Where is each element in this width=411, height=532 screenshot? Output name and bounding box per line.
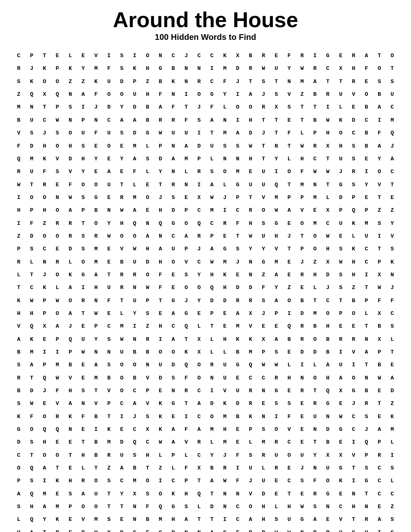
grid-cell: V [244, 320, 257, 333]
grid-cell: P [38, 359, 51, 371]
grid-cell: T [102, 268, 115, 281]
grid-cell: H [154, 204, 167, 217]
grid-cell: S [270, 88, 283, 101]
grid-cell: H [141, 449, 154, 462]
grid-cell: X [321, 204, 334, 217]
grid-cell: P [64, 500, 76, 513]
grid-cell: L [334, 101, 347, 114]
grid-cell: T [193, 513, 206, 526]
grid-cell: T [360, 281, 373, 294]
grid-cell: J [386, 281, 399, 294]
grid-cell: U [244, 178, 257, 191]
grid-cell: O [257, 204, 270, 217]
grid-cell: A [309, 513, 321, 526]
grid-cell: K [347, 217, 360, 230]
grid-cell: F [231, 449, 244, 462]
grid-cell: U [167, 243, 180, 255]
grid-cell: E [51, 49, 64, 62]
grid-cell: L [283, 153, 296, 165]
grid-cell: J [334, 165, 347, 178]
grid-cell: C [373, 462, 386, 474]
grid-cell: K [154, 410, 167, 423]
grid-cell: A [77, 488, 90, 500]
grid-cell: D [231, 397, 244, 410]
grid-cell: B [90, 436, 102, 449]
grid-cell: E [257, 397, 270, 410]
grid-cell: I [206, 384, 218, 397]
grid-cell: C [283, 475, 296, 488]
grid-cell: K [386, 256, 399, 268]
grid-cell: L [360, 307, 373, 320]
grid-cell: W [334, 256, 347, 268]
grid-cell: X [193, 333, 206, 346]
grid-cell: T [309, 384, 321, 397]
grid-cell: N [128, 500, 141, 513]
grid-cell: W [115, 204, 128, 217]
grid-cell: L [180, 165, 192, 178]
grid-cell: P [360, 449, 373, 462]
grid-cell: I [296, 359, 308, 371]
grid-cell: J [218, 191, 231, 204]
grid-cell: Y [193, 294, 206, 307]
grid-cell: U [25, 165, 38, 178]
grid-cell: R [154, 114, 167, 127]
grid-cell: B [141, 346, 154, 359]
grid-cell: R [206, 359, 218, 371]
grid-cell: Y [373, 153, 386, 165]
grid-cell: I [115, 410, 128, 423]
grid-cell: N [218, 114, 231, 127]
grid-cell: A [115, 114, 128, 127]
grid-cell: B [90, 449, 102, 462]
grid-cell: T [115, 178, 128, 191]
grid-cell: L [51, 281, 64, 294]
grid-cell: C [167, 49, 180, 62]
grid-cell: L [12, 268, 25, 281]
grid-cell: F [180, 372, 192, 384]
grid-cell: C [206, 75, 218, 88]
grid-cell: S [270, 397, 283, 410]
grid-cell: D [244, 127, 257, 139]
grid-cell: B [360, 384, 373, 397]
grid-cell: V [180, 256, 192, 268]
grid-cell: J [25, 62, 38, 75]
grid-cell: Z [141, 75, 154, 88]
grid-cell: R [244, 204, 257, 217]
grid-cell: Y [77, 62, 90, 75]
grid-cell: G [334, 462, 347, 474]
grid-cell: I [51, 346, 64, 359]
grid-cell: J [218, 449, 231, 462]
grid-cell: Y [115, 101, 128, 114]
grid-cell: X [334, 384, 347, 397]
grid-cell: Z [386, 397, 399, 410]
grid-cell: A [193, 423, 206, 436]
grid-cell: C [193, 49, 206, 62]
grid-cell: F [90, 88, 102, 101]
grid-cell: T [180, 333, 192, 346]
grid-cell: H [218, 423, 231, 436]
grid-cell: N [77, 397, 90, 410]
grid-cell: N [102, 204, 115, 217]
grid-cell: O [347, 307, 360, 320]
grid-cell: H [180, 488, 192, 500]
grid-cell: B [309, 320, 321, 333]
grid-cell: H [206, 268, 218, 281]
grid-cell: E [218, 230, 231, 243]
grid-cell: S [102, 333, 115, 346]
grid-cell: Z [102, 462, 115, 474]
grid-cell: U [218, 359, 231, 371]
grid-cell: P [193, 153, 206, 165]
grid-cell: W [296, 62, 308, 75]
grid-cell: R [167, 178, 180, 191]
grid-cell: A [373, 423, 386, 436]
grid-cell: P [373, 436, 386, 449]
grid-cell: E [283, 462, 296, 474]
grid-cell: K [218, 49, 231, 62]
grid-cell: L [180, 449, 192, 462]
grid-cell: N [38, 256, 51, 268]
grid-cell: F [283, 49, 296, 62]
grid-cell: L [206, 346, 218, 359]
grid-cell: K [12, 410, 25, 423]
grid-cell: R [77, 475, 90, 488]
grid-cell: P [296, 191, 308, 204]
grid-cell: T [360, 359, 373, 371]
